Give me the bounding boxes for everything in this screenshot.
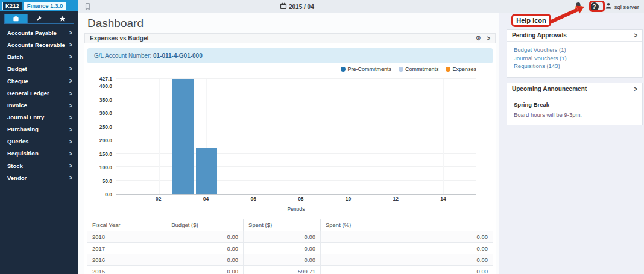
sidebar-item-stock[interactable]: Stock> bbox=[0, 160, 78, 172]
sidebar-item-accounts-receivable[interactable]: Accounts Receivable> bbox=[0, 39, 78, 51]
x-tick-label: 12 bbox=[393, 196, 399, 202]
table-row: 20150.00599.710.00 bbox=[87, 266, 493, 274]
announcement-text: Board hours will be 9-3pm. bbox=[514, 111, 636, 118]
x-tick-label: 08 bbox=[298, 196, 303, 202]
user-menu[interactable]: sql server bbox=[605, 2, 639, 11]
table-cell-year: 2016 bbox=[87, 254, 166, 266]
table-cell-value: 0.00 bbox=[166, 254, 244, 266]
main-content: Dashboard Expenses vs Budget ⚙ > G/L Acc… bbox=[78, 13, 499, 274]
pending-approvals-header: Pending Approvals > bbox=[507, 30, 642, 42]
y-tick-label: 300.0 bbox=[86, 110, 112, 116]
table-cell-year: 2018 bbox=[87, 231, 166, 243]
y-gridline bbox=[116, 126, 476, 126]
sidebar-item-label: Stock bbox=[7, 163, 23, 169]
x-gridline bbox=[349, 79, 349, 194]
sidebar-item-requisition[interactable]: Requisition> bbox=[0, 148, 78, 160]
sidebar-item-label: Accounts Receivable bbox=[7, 42, 65, 48]
sidebar-item-label: Journal Entry bbox=[7, 114, 44, 120]
chevron-right-icon: > bbox=[69, 53, 72, 60]
gear-icon[interactable]: ⚙ bbox=[475, 35, 481, 42]
table-header-row: Fiscal YearBudget ($)Spent ($)Spent (%) bbox=[87, 219, 493, 231]
person-icon bbox=[605, 2, 612, 11]
x-gridline bbox=[396, 79, 396, 194]
y-gridline bbox=[116, 140, 476, 140]
panel-header: Expenses vs Budget ⚙ > bbox=[84, 33, 496, 43]
announcement-body: Spring Break Board hours will be 9-3pm. bbox=[507, 95, 642, 125]
sidebar-item-vendor[interactable]: Vendor> bbox=[0, 172, 78, 184]
gl-account-label: G/L Account Number: bbox=[94, 52, 151, 59]
expenses-budget-chart: Pre-CommitmentsCommitmentsExpenses 0.050… bbox=[86, 64, 494, 215]
y-tick-label: 100.0 bbox=[86, 164, 112, 170]
table-body: 20180.000.000.0020170.000.000.0020160.00… bbox=[87, 231, 493, 274]
link-journal-vouchers-1-[interactable]: Journal Vouchers (1) bbox=[514, 54, 636, 63]
announcement-header: Upcoming Announcement > bbox=[507, 83, 642, 95]
link-budget-vouchers-1-[interactable]: Budget Vouchers (1) bbox=[514, 46, 636, 54]
sidebar-item-budget[interactable]: Budget> bbox=[0, 63, 78, 75]
y-gridline bbox=[116, 78, 476, 79]
table-cell-value: 0.00 bbox=[244, 254, 321, 266]
chevron-right-icon: > bbox=[69, 90, 72, 97]
brand-strip: K212 Finance 1.3.0 bbox=[0, 0, 78, 11]
sidebar-item-label: Accounts Payable bbox=[7, 30, 57, 36]
sidebar-item-purchasing[interactable]: Purchasing> bbox=[0, 123, 78, 135]
legend-label: Pre-Commitments bbox=[347, 66, 391, 72]
y-tick-label: 150.0 bbox=[86, 151, 112, 157]
y-tick-label: 350.0 bbox=[86, 97, 112, 103]
period-selector[interactable]: 2015 / 04 bbox=[280, 2, 314, 11]
y-tick-label: 0.0 bbox=[86, 191, 112, 198]
column-header-spent-: Spent ($) bbox=[244, 219, 321, 231]
tab-tools[interactable] bbox=[28, 14, 51, 24]
y-tick-label: 50.0 bbox=[86, 178, 112, 184]
x-tick-label: 06 bbox=[250, 196, 256, 202]
chevron-right-icon: > bbox=[69, 126, 72, 133]
x-tick-label: 02 bbox=[156, 196, 161, 202]
pending-approvals-chevron-icon[interactable]: > bbox=[634, 31, 637, 39]
y-gridline bbox=[116, 166, 476, 167]
chevron-right-icon: > bbox=[69, 77, 72, 84]
legend-label: Expenses bbox=[452, 66, 476, 72]
tab-favorites[interactable] bbox=[51, 14, 74, 24]
x-gridline bbox=[301, 79, 301, 194]
table-cell-value: 0.00 bbox=[320, 254, 493, 266]
panel-title: Expenses vs Budget bbox=[90, 35, 149, 42]
sidebar-item-label: Invoice bbox=[7, 102, 27, 108]
announcement-card: Upcoming Announcement > Spring Break Boa… bbox=[507, 83, 643, 125]
y-tick-label: 427.1 bbox=[86, 76, 112, 82]
x-tick-label: 10 bbox=[346, 196, 351, 202]
sidebar-item-accounts-payable[interactable]: Accounts Payable> bbox=[0, 26, 78, 39]
panel-collapse-chevron-icon[interactable]: > bbox=[487, 34, 490, 42]
chart-bar-period-3 bbox=[172, 79, 193, 194]
sidebar-item-invoice[interactable]: Invoice> bbox=[0, 99, 78, 111]
sidebar-tabs bbox=[4, 14, 74, 24]
chart-y-axis-labels: 0.050.0100.0150.0200.0250.0300.0350.0400… bbox=[86, 79, 112, 195]
link-requisitions-143-[interactable]: Requisitions (143) bbox=[514, 62, 636, 70]
brand-product-version: Finance 1.3.0 bbox=[24, 2, 66, 10]
gl-account-number: 01-011-4-G01-000 bbox=[153, 52, 203, 59]
table-cell-value: 0.00 bbox=[320, 231, 493, 243]
announcement-heading: Spring Break bbox=[514, 101, 636, 108]
sidebar-item-queries[interactable]: Queries> bbox=[0, 135, 78, 148]
y-gridline bbox=[116, 153, 476, 154]
device-icon[interactable] bbox=[83, 2, 92, 14]
table-cell-value: 0.00 bbox=[244, 231, 321, 243]
chevron-right-icon: > bbox=[69, 41, 72, 48]
y-tick-label: 200.0 bbox=[86, 137, 112, 143]
sidebar-item-general-ledger[interactable]: General Ledger> bbox=[0, 87, 78, 99]
wrench-icon bbox=[36, 14, 42, 25]
sidebar-item-label: Vendor bbox=[7, 175, 27, 181]
sidebar-item-cheque[interactable]: Cheque> bbox=[0, 75, 78, 87]
chevron-right-icon: > bbox=[69, 65, 72, 72]
sidebar-item-batch[interactable]: Batch> bbox=[0, 51, 78, 63]
table-cell-value: 0.00 bbox=[166, 243, 244, 254]
chevron-right-icon: > bbox=[69, 138, 72, 145]
y-gridline bbox=[116, 99, 476, 99]
tab-modules[interactable] bbox=[4, 14, 28, 24]
bar-segment-pre-commitments bbox=[196, 148, 217, 194]
sidebar-item-journal-entry[interactable]: Journal Entry> bbox=[0, 111, 78, 123]
y-gridline bbox=[116, 86, 476, 86]
announcement-chevron-icon[interactable]: > bbox=[634, 84, 637, 92]
column-header-spent-: Spent (%) bbox=[320, 219, 493, 231]
x-tick-label: 14 bbox=[440, 196, 446, 202]
panel-tools: ⚙ > bbox=[475, 35, 490, 42]
legend-label: Commitments bbox=[405, 66, 439, 72]
